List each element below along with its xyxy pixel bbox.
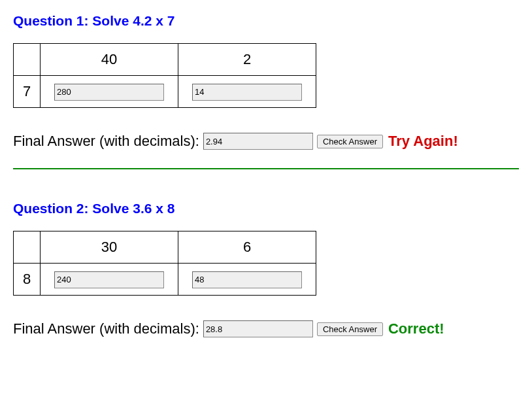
row-header: 8 — [14, 264, 41, 296]
feedback-text: Try Again! — [388, 133, 458, 150]
grid-corner — [14, 44, 41, 76]
col-header-a: 30 — [41, 231, 178, 264]
check-answer-button[interactable]: Check Answer — [317, 135, 383, 148]
grid-corner — [14, 231, 41, 264]
partial-input-b[interactable] — [192, 271, 302, 288]
answer-label: Final Answer (with decimals): — [13, 320, 199, 337]
final-answer-input[interactable] — [203, 320, 313, 337]
check-answer-button[interactable]: Check Answer — [317, 322, 383, 336]
answer-row-q2: Final Answer (with decimals): Check Answ… — [13, 320, 519, 337]
cell-b — [178, 76, 316, 108]
question-1-title: Question 1: Solve 4.2 x 7 — [13, 13, 519, 29]
cell-a — [41, 76, 178, 108]
partial-input-a[interactable] — [54, 271, 164, 288]
col-header-b: 2 — [178, 44, 316, 76]
partial-input-a[interactable] — [54, 84, 164, 101]
answer-row-q1: Final Answer (with decimals): Check Answ… — [13, 133, 519, 150]
final-answer-input[interactable] — [203, 133, 313, 150]
row-header: 7 — [14, 76, 41, 108]
answer-label: Final Answer (with decimals): — [13, 133, 199, 150]
grid-q2: 30 6 8 — [13, 231, 316, 296]
partial-input-b[interactable] — [192, 84, 302, 101]
col-header-b: 6 — [178, 231, 316, 264]
col-header-a: 40 — [41, 44, 178, 76]
grid-q1: 40 2 7 — [13, 43, 316, 108]
feedback-text: Correct! — [388, 320, 444, 337]
cell-a — [41, 264, 178, 296]
question-2-title: Question 2: Solve 3.6 x 8 — [13, 201, 519, 216]
separator — [13, 168, 519, 169]
cell-b — [178, 264, 316, 296]
